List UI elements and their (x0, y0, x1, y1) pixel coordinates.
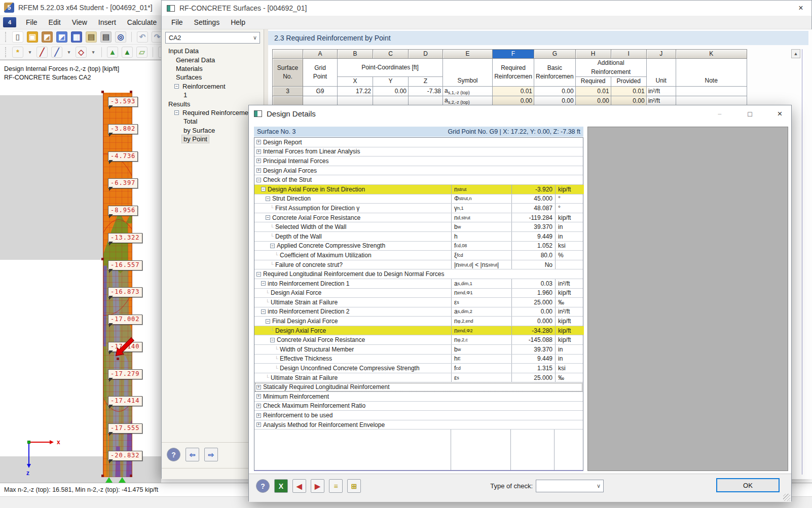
design-case-selector[interactable]: CA2 ∨ (165, 32, 260, 44)
clipboard-icon[interactable]: ▤ (86, 31, 97, 43)
help-button[interactable]: ? (167, 448, 180, 461)
detail-row[interactable]: +Analysis Method for Reinforcement Envel… (254, 420, 583, 430)
tree-item-general-data[interactable]: General Data (164, 55, 261, 64)
insert-node-icon[interactable]: * (12, 47, 23, 58)
detail-row[interactable]: └Ultimate Strain at Failureεs25.000‰ (254, 298, 583, 307)
print-preview-icon[interactable]: ◎ (115, 31, 126, 43)
detail-row[interactable]: +Statically Required Longitudinal Reinfo… (254, 382, 583, 392)
detail-row[interactable]: +Principal Internal Forces (254, 157, 583, 166)
detail-row[interactable]: └Depth of the Wallh9.449in (254, 232, 583, 242)
cell-additional-provided[interactable]: 0.01 (611, 87, 646, 96)
detail-row[interactable]: └Effective ThicknesshE9.449in (254, 355, 583, 364)
tree-item-total[interactable]: Total (164, 117, 261, 126)
insert-support-icon[interactable]: ▲ (107, 47, 118, 58)
menu-view[interactable]: View (66, 16, 93, 28)
project-navigator-icon[interactable]: 4 (3, 17, 16, 27)
detail-row[interactable]: └Selected Width of the Wallbw39.370in (254, 222, 583, 232)
open-model-icon[interactable]: ◩ (42, 31, 53, 43)
expand-icon[interactable]: + (256, 168, 261, 173)
collapse-icon[interactable]: − (261, 281, 266, 286)
insert-nodal-supports-icon[interactable]: ▲ (122, 47, 133, 58)
cell-additional-required[interactable]: 0.01 (575, 87, 611, 96)
expand-icon[interactable]: + (256, 394, 261, 399)
tree-item-surfaces[interactable]: Surfaces (164, 73, 261, 82)
cell-additional-provided[interactable]: 0.00 (611, 96, 646, 106)
cell-note[interactable] (676, 87, 747, 96)
previous-check-button[interactable]: ◀ (292, 479, 306, 493)
type-of-check-selector[interactable]: ∨ (536, 480, 604, 492)
column-letter-I[interactable]: I (611, 50, 646, 59)
detail-row[interactable]: └Design Axial Forcenend,Φ2-34.280kip/ft (254, 326, 583, 336)
menu-file[interactable]: File (20, 16, 43, 28)
cell-required-reinforcement[interactable]: 0.01 (493, 87, 534, 96)
detail-row[interactable]: └Failure of concrete strut?|nstrut,d| < … (254, 260, 583, 270)
insert-line-icon[interactable]: ╱ (36, 47, 48, 58)
column-letter-header[interactable] (273, 50, 303, 59)
expand-icon[interactable]: + (256, 422, 261, 427)
collapse-icon[interactable]: − (174, 84, 179, 89)
detail-row[interactable]: +Design Axial Forces (254, 166, 583, 176)
row-header-surface-no[interactable] (273, 96, 303, 106)
expand-icon[interactable]: + (256, 385, 261, 389)
insert-line-type-icon[interactable]: ╱ (51, 47, 62, 58)
collapse-icon[interactable]: − (261, 187, 266, 191)
collapse-icon[interactable]: − (174, 110, 179, 115)
dialog-titlebar[interactable]: Design Details − □ × (249, 105, 791, 122)
column-letter-G[interactable]: G (534, 50, 576, 59)
expand-icon[interactable]: + (256, 413, 261, 418)
table-row[interactable]: 3G917.220.00-7.38as,1,-z (top)0.010.000.… (273, 87, 747, 96)
contour-plot-surface[interactable] (103, 93, 132, 477)
line-dropdown-icon[interactable]: ▾ (66, 47, 72, 58)
node-marker[interactable] (101, 258, 104, 260)
tree-item-results[interactable]: Results (164, 99, 261, 108)
detail-row[interactable]: └Width of Structural Memberbw39.370in (254, 345, 583, 355)
column-letter-B[interactable]: B (338, 50, 373, 59)
detail-row[interactable]: +Check Maximum Reinforcement Ratio (254, 402, 583, 411)
excel-export-button[interactable]: X (274, 479, 288, 493)
tree-item-required-reinforcement[interactable]: −Required Reinforcement (164, 108, 261, 117)
save-model-icon[interactable]: ◩ (56, 31, 67, 43)
close-button[interactable]: × (793, 2, 808, 14)
tree-item-1[interactable]: 1 (164, 91, 261, 99)
menu-help[interactable]: Help (225, 16, 251, 28)
tree-item-input-data[interactable]: Input Data (164, 47, 261, 55)
menu-settings[interactable]: Settings (189, 16, 226, 28)
collapse-icon[interactable]: − (266, 319, 270, 324)
expand-icon[interactable]: + (256, 159, 261, 163)
column-letter-K[interactable]: K (676, 50, 747, 59)
detail-row[interactable]: └Ultimate Strain at Failureεs25.000‰ (254, 373, 583, 383)
detail-row[interactable]: −Check of the Strut (254, 175, 583, 185)
detail-row[interactable]: +Internal Forces from Linear Analysis (254, 147, 583, 157)
detail-row[interactable]: +Reinforcement to be used (254, 411, 583, 420)
maximize-button[interactable]: □ (739, 105, 761, 122)
detail-row[interactable]: −Applied Concrete Compressive Strengthfc… (254, 242, 583, 251)
column-letter-F[interactable]: F (493, 50, 534, 59)
undo-icon[interactable]: ↶ (137, 31, 148, 43)
details-list-button[interactable]: ≡ (329, 479, 343, 493)
detail-row[interactable]: −Required Longitudinal Reinforcement due… (254, 269, 583, 279)
cell-additional-required[interactable]: 0.00 (575, 96, 611, 106)
expand-icon[interactable]: + (256, 404, 261, 408)
detail-row[interactable]: −Final Design Axial Forcenφ,2,end0.000ki… (254, 317, 583, 326)
new-file-icon[interactable]: ▯ (12, 31, 23, 43)
details-tree-button[interactable]: ⊞ (347, 479, 361, 493)
detail-row[interactable]: └Coefficient of Maximum Utilizationξfcd8… (254, 251, 583, 260)
detail-row[interactable]: └Design Axial Forcenend,Φ11.960kip/ft (254, 289, 583, 298)
detail-row[interactable]: └Design Unconfined Concrete Compressive … (254, 364, 583, 373)
polyline-dropdown-icon[interactable]: ▾ (90, 47, 96, 58)
toolbar-handle[interactable] (5, 47, 7, 57)
help-button[interactable]: ? (256, 479, 270, 493)
column-letter-H[interactable]: H (575, 50, 611, 59)
menu-calculate[interactable]: Calculate (122, 16, 162, 28)
row-header-surface-no[interactable]: 3 (273, 87, 303, 96)
previous-window-button[interactable]: ⇦ (186, 448, 199, 461)
resize-grip[interactable] (783, 494, 790, 501)
tree-item-by-surface[interactable]: by Surface (164, 126, 261, 135)
scroll-up-button[interactable]: ▲ (791, 49, 800, 58)
column-letter-J[interactable]: J (646, 50, 676, 59)
model-viewport[interactable]: Design Internal Forces n-2,-z (top) [kip… (0, 60, 161, 483)
ok-button[interactable]: OK (716, 478, 780, 492)
detail-row[interactable]: −into Reinforcement Direction 2as,dim,20… (254, 307, 583, 317)
column-letter-C[interactable]: C (373, 50, 409, 59)
node-marker[interactable] (101, 475, 104, 477)
